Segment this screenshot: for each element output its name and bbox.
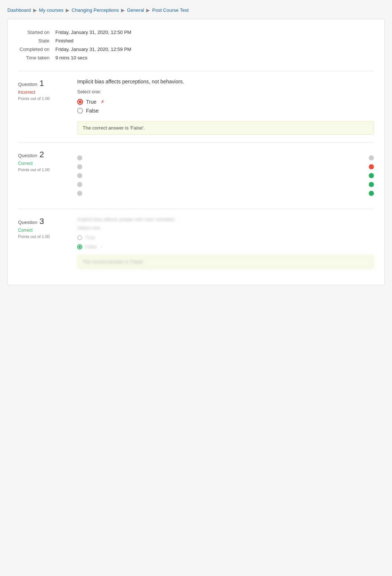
question-2-number: Question 2	[18, 150, 71, 159]
option-false[interactable]: False	[77, 106, 374, 115]
blurred-option-false: False ✓	[77, 243, 374, 251]
question-3-select-label: Select one:	[77, 225, 374, 231]
blurred-radio-true	[77, 235, 82, 240]
question-1-options: True ✗ False	[77, 97, 374, 115]
match-dot-1-right	[369, 155, 374, 161]
blurred-option-true-label: True	[85, 235, 95, 240]
question-label-2: Question	[18, 153, 37, 158]
question-3-options: True False ✓	[77, 234, 374, 251]
match-dot-2-right	[369, 164, 374, 169]
blurred-check-icon: ✓	[100, 244, 103, 249]
question-1-left: Question 1 Incorrect Points out of 1.00	[18, 79, 77, 135]
question-3-status: Correct	[18, 228, 71, 233]
completed-on-label: Completed on	[18, 45, 54, 54]
option-false-label: False	[86, 108, 99, 114]
question-1-text: Implicit bias affects perceptions, not b…	[77, 79, 374, 84]
question-3-correct-answer: The correct answer is 'False'.	[77, 255, 374, 269]
breadcrumb-sep-3: ▶	[121, 7, 125, 13]
match-dot-2-left	[77, 164, 82, 169]
question-2-right	[77, 150, 374, 201]
match-dot-3-left	[77, 173, 82, 178]
time-taken-value: 9 mins 10 secs	[54, 54, 136, 62]
blurred-radio-false	[77, 244, 82, 249]
matching-row-3	[77, 171, 374, 180]
match-dot-4-left	[77, 182, 82, 187]
breadcrumb-sep-4: ▶	[146, 7, 150, 13]
match-dot-5-right	[369, 191, 374, 196]
question-label-3: Question	[18, 220, 37, 225]
question-3-text: Implicit bias affects people with race v…	[77, 217, 374, 222]
blurred-option-false-label: False	[85, 244, 97, 249]
match-dot-3-right	[369, 173, 374, 178]
breadcrumb-dashboard[interactable]: Dashboard	[7, 7, 31, 13]
question-1-correct-answer: The correct answer is 'False'.	[77, 121, 374, 135]
state-value: Finished	[54, 37, 136, 45]
started-on-label: Started on	[18, 28, 54, 37]
question-3-points: Points out of 1.00	[18, 234, 71, 239]
radio-true[interactable]	[77, 99, 83, 105]
question-2-points: Points out of 1.00	[18, 168, 71, 172]
question-1-select-label: Select one:	[77, 89, 374, 94]
option-true-label: True	[86, 99, 96, 105]
question-num-2: 2	[39, 150, 44, 159]
breadcrumb: Dashboard ▶ My courses ▶ Changing Percep…	[7, 7, 385, 13]
question-2-left: Question 2 Correct Points out of 1.00	[18, 150, 77, 201]
match-dot-5-left	[77, 191, 82, 196]
breadcrumb-sep-2: ▶	[66, 7, 69, 13]
summary-table: Started on Friday, January 31, 2020, 12:…	[18, 28, 136, 62]
question-3-number: Question 3	[18, 217, 71, 226]
state-label: State	[18, 37, 54, 45]
question-1-number: Question 1	[18, 79, 71, 88]
question-2-status: Correct	[18, 161, 71, 166]
wrong-indicator: ✗	[101, 99, 104, 104]
option-true[interactable]: True ✗	[77, 97, 374, 106]
question-1-points: Points out of 1.00	[18, 96, 71, 101]
match-dot-4-right	[369, 182, 374, 187]
match-dot-1-left	[77, 155, 82, 161]
question-num-1: 1	[39, 79, 44, 88]
breadcrumb-sep-1: ▶	[33, 7, 37, 13]
matching-row-1	[77, 154, 374, 162]
question-3-right: Implicit bias affects people with race v…	[77, 217, 374, 269]
breadcrumb-changing-perceptions[interactable]: Changing Perceptions	[72, 7, 119, 13]
question-3-block: Question 3 Correct Points out of 1.00 Im…	[18, 209, 374, 276]
breadcrumb-my-courses[interactable]: My courses	[39, 7, 63, 13]
started-on-value: Friday, January 31, 2020, 12:50 PM	[54, 28, 136, 37]
question-num-3: 3	[39, 217, 44, 226]
matching-row-5	[77, 189, 374, 198]
matching-row-4	[77, 180, 374, 189]
question-2-block: Question 2 Correct Points out of 1.00	[18, 142, 374, 209]
matching-row-2	[77, 162, 374, 171]
question-label-1: Question	[18, 82, 37, 87]
question-1-right: Implicit bias affects perceptions, not b…	[77, 79, 374, 135]
breadcrumb-general[interactable]: General	[127, 7, 144, 13]
question-1-status: Incorrect	[18, 90, 71, 95]
breadcrumb-post-course-test[interactable]: Post Course Test	[152, 7, 189, 13]
time-taken-label: Time taken	[18, 54, 54, 62]
question-1-block: Question 1 Incorrect Points out of 1.00 …	[18, 71, 374, 142]
radio-false[interactable]	[77, 108, 83, 114]
completed-on-value: Friday, January 31, 2020, 12:59 PM	[54, 45, 136, 54]
blurred-option-true: True	[77, 234, 374, 241]
question-3-left: Question 3 Correct Points out of 1.00	[18, 217, 77, 269]
main-card: Started on Friday, January 31, 2020, 12:…	[7, 19, 385, 285]
question-2-matching	[77, 154, 374, 198]
